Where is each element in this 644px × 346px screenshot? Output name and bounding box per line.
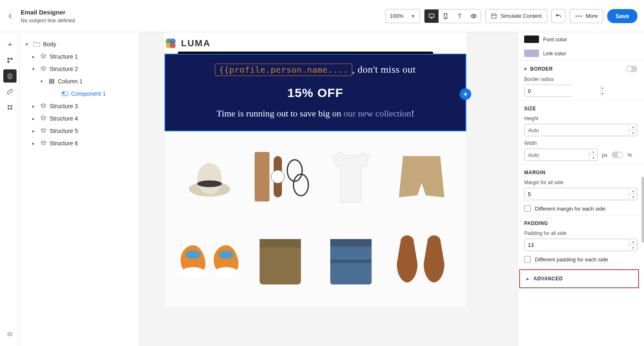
border-radius-input[interactable]: ▲▼ bbox=[524, 85, 574, 97]
margin-field[interactable] bbox=[525, 188, 629, 200]
checkbox[interactable] bbox=[524, 205, 531, 212]
advanced-section[interactable]: ▸ ADVANCED bbox=[519, 269, 639, 288]
hero-line1-suffix: , don't miss out bbox=[352, 64, 416, 75]
svg-rect-50 bbox=[330, 239, 372, 246]
hero-line1[interactable]: {{profile.person.name...., don't miss ou… bbox=[178, 64, 453, 76]
tree-structure-2[interactable]: ▾ Structure 2 bbox=[24, 63, 135, 75]
tree-structure-1[interactable]: ▸ Structure 1 bbox=[24, 50, 135, 63]
padding-input[interactable]: ▲▼ bbox=[524, 239, 637, 251]
rail-components[interactable] bbox=[3, 54, 17, 67]
tree-structure-6[interactable]: ▸ Structure 6 bbox=[24, 137, 135, 149]
svg-rect-14 bbox=[10, 108, 12, 109]
chevron-right-icon: ▸ bbox=[32, 141, 37, 146]
product-shoes bbox=[387, 220, 456, 299]
stack-icon bbox=[7, 331, 13, 338]
chevron-down-icon[interactable]: ▾ bbox=[524, 66, 527, 72]
link-icon bbox=[7, 88, 13, 95]
rail-stack[interactable] bbox=[3, 328, 17, 341]
spinner[interactable]: ▲▼ bbox=[629, 124, 637, 136]
topbar-left: Email Designer No subject line defined bbox=[7, 9, 75, 24]
margin-diff-row[interactable]: Different margin for each side bbox=[524, 205, 637, 212]
tree-structure-3[interactable]: ▸ Structure 3 bbox=[24, 100, 135, 112]
hero-line3-link[interactable]: our new collection bbox=[343, 108, 411, 118]
chevron-down-icon: ▾ bbox=[41, 79, 45, 84]
spinner[interactable]: ▲▼ bbox=[601, 85, 604, 97]
hero-line3[interactable]: Time is running out to save big on our n… bbox=[178, 108, 453, 119]
personalization-token[interactable]: {{profile.person.name.... bbox=[215, 64, 352, 76]
margin-input[interactable]: ▲▼ bbox=[524, 188, 637, 200]
zoom-value: 100% bbox=[390, 13, 403, 19]
margin-section: MARGIN Margin for all side ▲▼ Different … bbox=[518, 164, 644, 215]
font-color-swatch[interactable] bbox=[524, 36, 539, 43]
product-hat bbox=[175, 140, 243, 218]
tree-s1-label: Structure 1 bbox=[50, 53, 78, 60]
zoom-select[interactable]: 100% ▼ bbox=[385, 9, 420, 23]
svg-rect-4 bbox=[492, 14, 496, 18]
folder-icon bbox=[33, 41, 41, 47]
spinner[interactable]: ▲▼ bbox=[629, 188, 637, 200]
spinner[interactable]: ▲▼ bbox=[629, 239, 637, 251]
left-rail bbox=[0, 32, 20, 346]
live-preview-button[interactable] bbox=[467, 9, 481, 23]
hero-line2[interactable]: 15% OFF bbox=[178, 86, 453, 100]
padding-field[interactable] bbox=[525, 239, 629, 251]
desktop-preview-button[interactable] bbox=[425, 9, 439, 23]
mobile-icon bbox=[442, 13, 449, 19]
text-preview-button[interactable] bbox=[453, 9, 467, 23]
add-component-button[interactable]: + bbox=[460, 88, 471, 100]
border-heading: BORDER bbox=[530, 66, 553, 72]
main: ▾ Body ▸ Structure 1 ▾ Structure 2 ▾ Col… bbox=[0, 32, 644, 346]
unit-toggle[interactable] bbox=[612, 152, 623, 158]
rail-add[interactable] bbox=[3, 38, 17, 51]
font-color-row[interactable]: Font color bbox=[518, 32, 644, 46]
size-section: SIZE Height Auto ▲▼ Width Auto ▲▼ px % bbox=[518, 100, 644, 164]
chevron-down-icon: ▾ bbox=[26, 42, 31, 47]
components-icon bbox=[7, 57, 13, 64]
scrollbar[interactable] bbox=[640, 32, 644, 346]
email-body[interactable]: LUMA T▾ ▾ ▾ H▾ 25px▾ T✦ ▾ ▾ bbox=[165, 32, 466, 307]
product-tshirt bbox=[317, 140, 385, 218]
undo-button[interactable] bbox=[551, 9, 565, 23]
tree-s5-label: Structure 5 bbox=[50, 128, 78, 134]
checkbox[interactable] bbox=[524, 256, 531, 263]
link-color-swatch[interactable] bbox=[524, 50, 539, 57]
border-toggle[interactable] bbox=[626, 66, 637, 72]
logo-text: LUMA bbox=[181, 38, 211, 49]
height-input[interactable]: Auto ▲▼ bbox=[524, 124, 637, 136]
tree-column-1[interactable]: ▾ Column 1 bbox=[24, 75, 135, 88]
logo-mark bbox=[165, 37, 177, 50]
canvas[interactable]: LUMA T▾ ▾ ▾ H▾ 25px▾ T✦ ▾ ▾ bbox=[140, 32, 518, 346]
save-button[interactable]: Save bbox=[607, 9, 637, 23]
structure-icon bbox=[40, 103, 47, 109]
chevron-right-icon: ▸ bbox=[32, 104, 37, 109]
tree-structure-5[interactable]: ▸ Structure 5 bbox=[24, 125, 135, 137]
svg-rect-10 bbox=[7, 61, 10, 63]
width-input[interactable]: Auto ▲▼ bbox=[524, 149, 598, 161]
svg-rect-8 bbox=[7, 58, 10, 60]
tree-s3-label: Structure 3 bbox=[50, 103, 78, 109]
column-icon bbox=[48, 78, 55, 84]
spinner[interactable]: ▲▼ bbox=[589, 149, 597, 161]
svg-point-37 bbox=[197, 180, 222, 187]
border-radius-field[interactable] bbox=[525, 85, 601, 97]
padding-diff-row[interactable]: Different padding for each side bbox=[524, 256, 637, 263]
link-color-row[interactable]: Link color bbox=[518, 46, 644, 60]
scrollbar-thumb[interactable] bbox=[642, 177, 644, 243]
rail-layers[interactable] bbox=[3, 69, 17, 83]
back-button[interactable] bbox=[7, 12, 14, 20]
more-button[interactable]: More bbox=[570, 9, 603, 23]
svg-rect-16 bbox=[51, 79, 52, 84]
tree-structure-4[interactable]: ▸ Structure 4 bbox=[24, 112, 135, 125]
tree-body[interactable]: ▾ Body bbox=[24, 38, 135, 50]
simulate-content-button[interactable]: Simulate Content bbox=[485, 9, 547, 23]
mobile-preview-button[interactable] bbox=[439, 9, 453, 23]
hero-block[interactable]: + {{profile.person.name...., don't miss … bbox=[165, 54, 466, 131]
svg-rect-9 bbox=[10, 58, 12, 60]
simulate-icon bbox=[491, 13, 497, 19]
tree-component-1[interactable]: Component 1 bbox=[24, 88, 135, 100]
rail-links[interactable] bbox=[3, 85, 17, 98]
layers-icon bbox=[7, 73, 13, 79]
component-icon bbox=[61, 91, 69, 97]
rail-grid[interactable] bbox=[3, 101, 17, 114]
svg-rect-0 bbox=[429, 14, 434, 17]
